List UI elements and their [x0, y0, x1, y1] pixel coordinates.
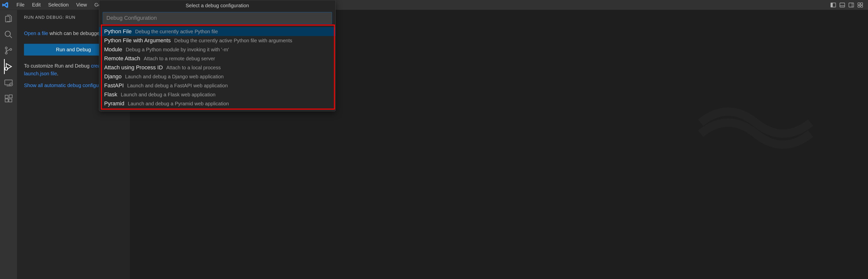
menu-edit[interactable]: Edit — [29, 0, 44, 9]
svg-rect-9 — [858, 5, 860, 7]
quick-pick-item-description: Attach to a local process — [166, 65, 221, 71]
quick-pick-item[interactable]: DjangoLaunch and debug a Django web appl… — [99, 72, 336, 81]
quick-pick-item[interactable]: Python FileDebug the currently active Py… — [99, 27, 336, 36]
quick-pick-item-description: Attach to a remote debug server — [144, 56, 215, 61]
layout-panel-bottom-icon[interactable] — [839, 2, 845, 8]
quick-pick-item[interactable]: FlaskLaunch and debug a Flask web applic… — [99, 90, 336, 99]
activity-remote-icon[interactable] — [4, 78, 13, 87]
activity-search-icon[interactable] — [4, 30, 13, 39]
svg-rect-2 — [831, 3, 832, 7]
customize-pre: To customize Run and Debug — [24, 63, 91, 68]
svg-point-13 — [5, 47, 7, 49]
activity-explorer-icon[interactable] — [4, 14, 13, 23]
debug-config-quick-pick: Select a debug configuration Python File… — [99, 0, 336, 111]
quick-pick-item-description: Debug the currently active Python file w… — [174, 38, 292, 44]
menu-file[interactable]: File — [13, 0, 28, 9]
svg-point-11 — [5, 31, 10, 36]
quick-pick-input[interactable] — [103, 12, 332, 24]
layout-customize-icon[interactable] — [858, 2, 863, 8]
svg-rect-10 — [861, 5, 863, 7]
quick-pick-item-label: Attach using Process ID — [104, 64, 163, 71]
activity-source-control-icon[interactable] — [4, 46, 13, 55]
quick-pick-item[interactable]: Attach using Process IDAttach to a local… — [99, 63, 336, 72]
quick-pick-item[interactable]: Python File with ArgumentsDebug the curr… — [99, 36, 336, 45]
quick-pick-item-description: Launch and debug a FastAPI web applicati… — [127, 83, 228, 89]
quick-pick-item[interactable]: FastAPILaunch and debug a FastAPI web ap… — [99, 81, 336, 90]
quick-pick-item-description: Launch and debug a Flask web application — [121, 92, 216, 97]
quick-pick-item-label: FastAPI — [104, 82, 124, 89]
svg-rect-23 — [9, 95, 12, 98]
quick-pick-item-description: Launch and debug a Pyramid web applicati… — [128, 101, 229, 107]
svg-rect-8 — [861, 3, 863, 5]
svg-point-14 — [5, 52, 7, 54]
customize-post: . — [57, 71, 58, 76]
svg-point-15 — [10, 49, 12, 51]
svg-rect-22 — [9, 99, 12, 102]
activity-bar — [0, 10, 17, 279]
quick-pick-title: Select a debug configuration — [99, 0, 336, 10]
quick-pick-item-label: Django — [104, 73, 122, 80]
activity-run-debug-icon[interactable] — [4, 62, 13, 71]
svg-rect-21 — [5, 99, 8, 102]
quick-pick-item-label: Module — [104, 46, 122, 53]
quick-pick-item[interactable]: Remote AttachAttach to a remote debug se… — [99, 54, 336, 63]
titlebar-layout-controls — [831, 2, 866, 8]
layout-panel-right-icon[interactable] — [848, 2, 854, 8]
activity-extensions-icon[interactable] — [4, 94, 13, 103]
svg-line-12 — [10, 36, 12, 38]
layout-panel-left-icon[interactable] — [831, 2, 836, 8]
quick-pick-item-description: Debug a Python module by invoking it wit… — [126, 47, 229, 53]
menu-view[interactable]: View — [73, 0, 90, 9]
svg-rect-5 — [849, 3, 854, 7]
menu-selection[interactable]: Selection — [45, 0, 72, 9]
quick-pick-item-description: Debug the currently active Python file — [135, 29, 218, 34]
open-file-link[interactable]: Open a file — [24, 30, 48, 36]
quick-pick-list: Python FileDebug the currently active Py… — [99, 26, 336, 111]
vscode-logo-icon — [2, 1, 9, 8]
svg-rect-20 — [5, 95, 8, 98]
decorative-background-icon — [693, 95, 818, 150]
quick-pick-item-description: Launch and debug a Django web applicatio… — [125, 74, 224, 80]
svg-rect-7 — [858, 3, 860, 5]
menu-bar: File Edit Selection View Go — [13, 0, 105, 9]
quick-pick-item[interactable]: ModuleDebug a Python module by invoking … — [99, 45, 336, 54]
quick-pick-item-label: Pyramid — [104, 100, 124, 107]
quick-pick-item[interactable]: PyramidLaunch and debug a Pyramid web ap… — [99, 99, 336, 108]
quick-pick-item-label: Python File — [104, 28, 132, 35]
quick-pick-item-label: Flask — [104, 91, 117, 98]
svg-rect-3 — [840, 3, 844, 7]
quick-pick-item-label: Remote Attach — [104, 55, 140, 62]
quick-pick-item-label: Python File with Arguments — [104, 37, 171, 44]
